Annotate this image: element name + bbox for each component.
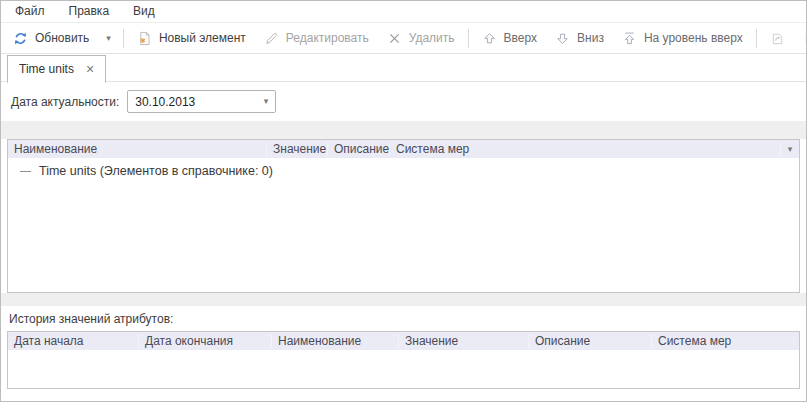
refresh-icon — [13, 31, 28, 46]
move-down-button[interactable]: Вниз — [546, 26, 613, 50]
delete-label: Удалить — [409, 31, 455, 45]
actuality-date-row: Дата актуальности: 30.10.2013 ▾ — [1, 82, 806, 121]
section-spacer — [1, 121, 806, 139]
tree-row-label: Time units (Элементов в справочнике: 0) — [39, 164, 273, 178]
close-icon[interactable]: × — [86, 62, 94, 76]
new-document-star-icon — [137, 31, 152, 46]
new-item-button[interactable]: Новый элемент — [128, 26, 255, 50]
arrow-up-to-bar-icon — [622, 31, 637, 46]
menu-edit[interactable]: Правка — [57, 1, 122, 22]
actuality-date-combobox[interactable]: 30.10.2013 ▾ — [127, 90, 276, 113]
tab-strip-divider — [1, 81, 806, 82]
column-header-value[interactable]: Значение — [399, 334, 529, 348]
export-button[interactable] — [761, 26, 794, 50]
tab-time-units[interactable]: Time units × — [7, 55, 106, 83]
x-icon — [387, 31, 402, 46]
actuality-date-label: Дата актуальности: — [11, 95, 119, 109]
import-button[interactable] — [794, 26, 807, 50]
dictionary-grid-header: Наименование Значение Описание Система м… — [8, 140, 799, 158]
history-label-row: История значений атрибутов: — [1, 306, 806, 331]
column-header-value[interactable]: Значение — [267, 142, 328, 156]
chevron-down-icon: ▾ — [106, 34, 111, 43]
edit-label: Редактировать — [286, 31, 369, 45]
toolbar: Обновить ▾ Новый элемент Редактировать — [1, 23, 806, 54]
toolbar-separator — [756, 29, 757, 48]
history-grid-header: Дата начала Дата окончания Наименование … — [8, 332, 799, 350]
history-section-label: История значений атрибутов: — [9, 312, 173, 326]
arrow-down-icon — [555, 31, 570, 46]
column-header-measure-system[interactable]: Система мер — [652, 334, 799, 348]
column-header-name[interactable]: Наименование — [272, 334, 399, 348]
delete-button[interactable]: Удалить — [378, 26, 464, 50]
move-up-label: Вверх — [504, 31, 537, 45]
refresh-label: Обновить — [35, 31, 89, 45]
level-up-button[interactable]: На уровень вверх — [613, 26, 752, 50]
column-chooser-button[interactable]: ▾ — [781, 145, 799, 154]
column-header-measure-system[interactable]: Система мер — [390, 142, 781, 156]
actuality-date-value: 30.10.2013 — [135, 95, 195, 109]
arrow-up-icon — [482, 31, 497, 46]
menu-view[interactable]: Вид — [121, 1, 167, 22]
section-spacer — [1, 293, 806, 306]
document-arrow-in-icon — [803, 31, 807, 46]
edit-button[interactable]: Редактировать — [255, 26, 378, 50]
tab-strip: Time units × — [1, 54, 806, 82]
pencil-icon — [264, 31, 279, 46]
column-header-start-date[interactable]: Дата начала — [8, 334, 139, 348]
menu-file[interactable]: Файл — [3, 1, 57, 22]
tree-collapse-icon[interactable] — [20, 171, 31, 172]
new-item-label: Новый элемент — [159, 31, 246, 45]
tree-row-time-units[interactable]: Time units (Элементов в справочнике: 0) — [8, 158, 799, 178]
document-arrow-out-icon — [770, 31, 785, 46]
column-header-description[interactable]: Описание — [529, 334, 652, 348]
column-header-name[interactable]: Наименование — [8, 142, 267, 156]
level-up-label: На уровень вверх — [644, 31, 743, 45]
toolbar-separator — [123, 29, 124, 48]
chevron-down-icon: ▾ — [264, 97, 269, 106]
refresh-button[interactable]: Обновить — [4, 26, 98, 50]
toolbar-separator — [468, 29, 469, 48]
move-up-button[interactable]: Вверх — [473, 26, 546, 50]
move-down-label: Вниз — [577, 31, 604, 45]
column-header-end-date[interactable]: Дата окончания — [139, 334, 272, 348]
column-header-description[interactable]: Описание — [328, 142, 390, 156]
menu-bar: Файл Правка Вид — [1, 1, 806, 23]
refresh-dropdown-button[interactable]: ▾ — [98, 26, 119, 50]
tab-label: Time units — [19, 62, 74, 76]
app-window: Файл Правка Вид Обновить ▾ — [0, 0, 807, 402]
history-grid-panel: Дата начала Дата окончания Наименование … — [7, 331, 800, 389]
dictionary-grid-panel: Наименование Значение Описание Система м… — [7, 139, 800, 293]
